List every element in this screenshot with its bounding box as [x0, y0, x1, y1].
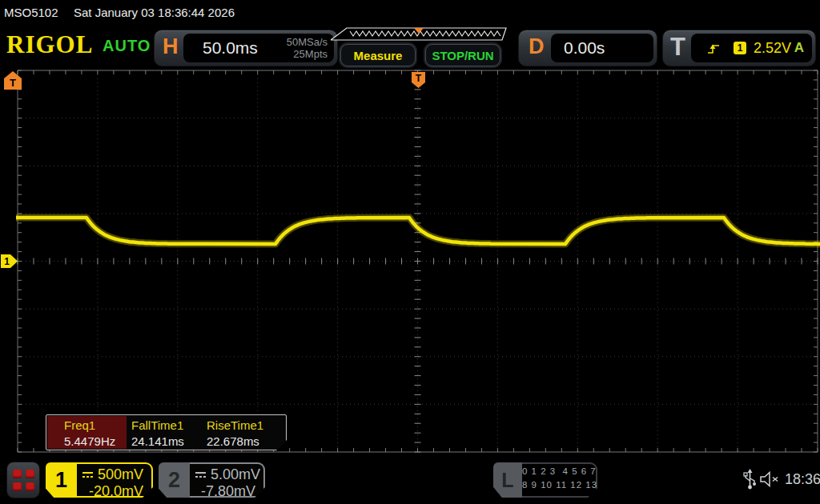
trigger-level-marker-label: T	[10, 77, 16, 89]
channel2-info-box[interactable]: 5.00mV -7.80mV	[190, 462, 265, 498]
channel1-ground-marker[interactable]: 1	[1, 254, 18, 268]
channel2-offset: -7.80mV	[190, 483, 263, 500]
measurement-freq1[interactable]: Freq1 5.4479Hz	[64, 418, 115, 448]
measurement-value: 22.678ms	[207, 434, 263, 448]
channel-menu-button[interactable]	[6, 462, 40, 498]
measurement-results-box[interactable]: Freq1 5.4479Hz FallTime1 24.141ms RiseTi…	[46, 414, 287, 450]
measurement-value: 5.4479Hz	[64, 434, 115, 448]
dc-coupling-icon	[82, 470, 94, 479]
trigger-position-marker-label: T	[416, 73, 422, 84]
channel1-info-box[interactable]: 500mV -20.0mV	[77, 462, 153, 498]
usb-icon	[743, 469, 757, 490]
trigger-position-marker[interactable]: T	[412, 72, 425, 88]
measurement-label: Freq1	[64, 418, 115, 432]
trigger-level-marker[interactable]: T	[4, 71, 22, 90]
channel1-scale: 500mV	[98, 466, 143, 483]
channel1-ground-marker-label: 1	[4, 256, 10, 267]
speaker-muted-icon[interactable]	[759, 471, 782, 487]
measurement-label: RiseTime1	[207, 418, 263, 432]
logic-row-8-15: 8 9 10 11 12 13 14 15	[522, 479, 596, 491]
graticule-grid	[18, 70, 818, 452]
logic-channels-tab[interactable]: L	[493, 462, 522, 498]
channel1-tab[interactable]: 1	[46, 462, 77, 498]
status-clock: 18:36	[785, 471, 820, 488]
logic-channels-box[interactable]: 0 1 2 3 4 5 6 7 8 9 10 11 12 13 14 15	[522, 462, 597, 498]
channel2-tab[interactable]: 2	[159, 462, 190, 498]
logic-row-0-7: 0 1 2 3 4 5 6 7	[522, 466, 596, 478]
measurement-falltime1[interactable]: FallTime1 24.141ms	[131, 418, 184, 448]
grid-menu-icon	[13, 470, 34, 491]
measurement-risetime1[interactable]: RiseTime1 22.678ms	[207, 418, 263, 448]
measurement-value: 24.141ms	[131, 434, 184, 448]
channel1-offset: -20.0mV	[77, 483, 151, 500]
measurement-label: FallTime1	[131, 418, 184, 432]
channel1-trace	[16, 218, 820, 244]
dc-coupling-icon	[195, 470, 207, 479]
channel2-scale: 5.00mV	[211, 466, 260, 483]
